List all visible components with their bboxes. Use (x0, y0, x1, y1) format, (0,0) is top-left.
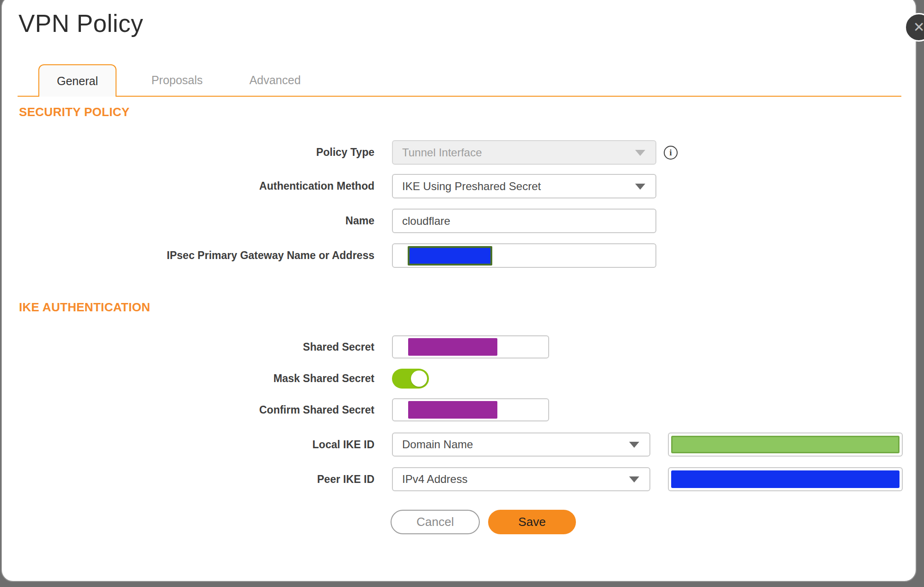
authentication-method-value: IKE Using Preshared Secret (402, 180, 541, 193)
row-authentication-method: Authentication Method IKE Using Preshare… (0, 174, 924, 198)
name-value: cloudflare (402, 215, 450, 228)
section-heading-security-policy: SECURITY POLICY (19, 105, 130, 119)
row-mask-shared-secret: Mask Shared Secret (0, 369, 924, 389)
confirm-shared-secret-label: Confirm Shared Secret (0, 404, 374, 416)
chevron-down-icon (635, 184, 645, 190)
mask-shared-secret-toggle[interactable] (392, 369, 429, 389)
tab-general-label: General (57, 74, 98, 88)
section-heading-ike-authentication: IKE AUTHENTICATION (19, 300, 150, 315)
local-ike-id-label: Local IKE ID (0, 439, 374, 451)
row-gateway: IPsec Primary Gateway Name or Address (0, 243, 924, 268)
save-button[interactable]: Save (488, 510, 576, 534)
info-icon-glyph: i (669, 148, 672, 158)
row-policy-type: Policy Type Tunnel Interface i (0, 140, 924, 165)
tab-bar: General Proposals Advanced (18, 64, 901, 97)
shared-secret-input[interactable] (392, 335, 549, 358)
local-ike-id-type-select[interactable]: Domain Name (392, 433, 650, 457)
page-title: VPN Policy (18, 9, 143, 37)
authentication-method-label: Authentication Method (0, 180, 374, 192)
chevron-down-icon (629, 476, 639, 482)
name-input[interactable]: cloudflare (392, 209, 656, 233)
chevron-down-icon (635, 150, 645, 156)
dialog-content: VPN Policy General Proposals Advanced SE… (0, 0, 924, 587)
policy-type-select: Tunnel Interface (392, 140, 656, 165)
gateway-input[interactable] (392, 243, 656, 268)
peer-ike-id-type-select[interactable]: IPv4 Address (392, 467, 650, 491)
confirm-shared-secret-value-redaction (408, 401, 497, 419)
tab-proposals-label: Proposals (151, 74, 202, 87)
tab-advanced-label: Advanced (249, 74, 300, 87)
tab-proposals[interactable]: Proposals (138, 64, 216, 96)
peer-ike-id-label: Peer IKE ID (0, 473, 374, 486)
row-name: Name cloudflare (0, 209, 924, 233)
row-confirm-shared-secret: Confirm Shared Secret (0, 398, 924, 421)
shared-secret-value-redaction (408, 338, 497, 356)
name-label: Name (0, 215, 374, 227)
policy-type-label: Policy Type (0, 146, 374, 159)
confirm-shared-secret-input[interactable] (392, 398, 549, 421)
gateway-label: IPsec Primary Gateway Name or Address (0, 249, 374, 262)
action-buttons: Cancel Save (391, 510, 576, 534)
close-button[interactable]: ✕ (905, 13, 924, 42)
local-ike-id-value-redaction (671, 436, 900, 453)
tab-advanced[interactable]: Advanced (236, 64, 314, 96)
row-local-ike-id: Local IKE ID Domain Name (0, 433, 924, 457)
peer-ike-id-value-input[interactable] (668, 467, 903, 491)
gateway-value-redaction (408, 246, 492, 266)
row-peer-ike-id: Peer IKE ID IPv4 Address (0, 467, 924, 491)
authentication-method-select[interactable]: IKE Using Preshared Secret (392, 174, 656, 198)
info-icon[interactable]: i (664, 146, 678, 160)
mask-shared-secret-label: Mask Shared Secret (0, 372, 374, 385)
close-icon: ✕ (913, 20, 924, 34)
peer-ike-id-value-redaction (671, 470, 900, 488)
chevron-down-icon (629, 442, 639, 448)
local-ike-id-type-value: Domain Name (402, 438, 473, 451)
peer-ike-id-type-value: IPv4 Address (402, 473, 467, 486)
tab-general[interactable]: General (38, 64, 116, 97)
local-ike-id-value-input[interactable] (668, 433, 903, 457)
policy-type-value: Tunnel Interface (402, 146, 482, 159)
screen-backdrop: VPN Policy General Proposals Advanced SE… (0, 0, 924, 587)
shared-secret-label: Shared Secret (0, 341, 374, 353)
cancel-button[interactable]: Cancel (391, 510, 480, 534)
toggle-knob (411, 371, 427, 387)
row-shared-secret: Shared Secret (0, 335, 924, 358)
